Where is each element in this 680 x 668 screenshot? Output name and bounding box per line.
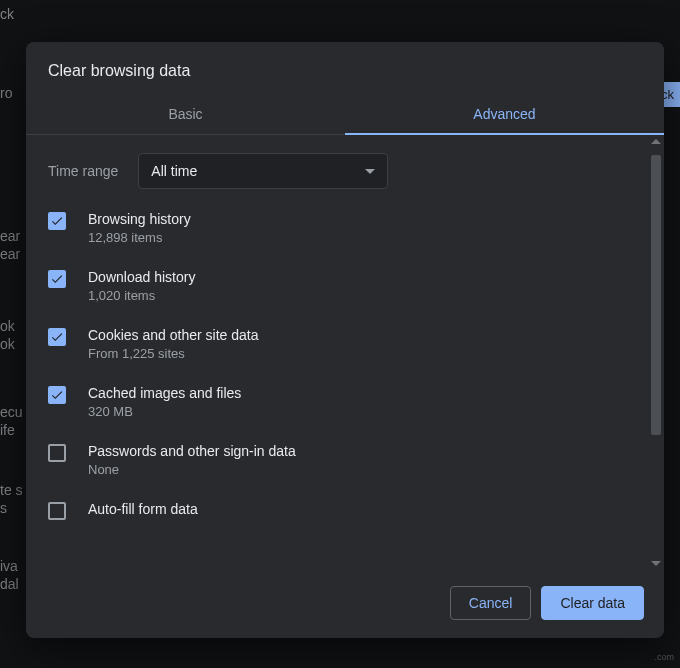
checkbox[interactable]	[48, 386, 66, 404]
item-title: Cached images and files	[88, 385, 241, 401]
list-item: Auto-fill form data	[48, 501, 626, 520]
content-area: Time range All time Browsing history12,8…	[26, 135, 648, 570]
item-text: Browsing history12,898 items	[88, 211, 191, 245]
background-text: ife	[0, 422, 15, 438]
item-text: Cached images and files320 MB	[88, 385, 241, 419]
item-subtitle: From 1,225 sites	[88, 346, 258, 361]
background-text: ecu	[0, 404, 23, 420]
item-subtitle: 320 MB	[88, 404, 241, 419]
dialog-title: Clear browsing data	[26, 42, 664, 94]
item-text: Download history1,020 items	[88, 269, 195, 303]
scroll-up-icon[interactable]	[651, 139, 661, 144]
background-text: te s	[0, 482, 23, 498]
tabs: Basic Advanced	[26, 94, 664, 135]
background-text: ok	[0, 336, 15, 352]
item-subtitle: None	[88, 462, 296, 477]
item-title: Download history	[88, 269, 195, 285]
item-text: Auto-fill form data	[88, 501, 198, 520]
checkbox[interactable]	[48, 212, 66, 230]
checkbox[interactable]	[48, 444, 66, 462]
background-text: ok	[0, 318, 15, 334]
list-item: Passwords and other sign-in dataNone	[48, 443, 626, 477]
checkbox[interactable]	[48, 270, 66, 288]
dialog-footer: Cancel Clear data	[26, 570, 664, 638]
item-title: Browsing history	[88, 211, 191, 227]
chevron-down-icon	[365, 169, 375, 174]
list-item: Download history1,020 items	[48, 269, 626, 303]
background-text: ear	[0, 228, 20, 244]
item-subtitle: 1,020 items	[88, 288, 195, 303]
background-text: dal	[0, 576, 19, 592]
time-range-label: Time range	[48, 163, 118, 179]
watermark: .com	[654, 652, 674, 662]
time-range-value: All time	[151, 163, 197, 179]
scrollbar[interactable]	[648, 135, 664, 570]
item-subtitle: 12,898 items	[88, 230, 191, 245]
tab-advanced[interactable]: Advanced	[345, 94, 664, 134]
list-item: Cookies and other site dataFrom 1,225 si…	[48, 327, 626, 361]
time-range-dropdown[interactable]: All time	[138, 153, 388, 189]
item-title: Auto-fill form data	[88, 501, 198, 517]
clear-browsing-data-dialog: Clear browsing data Basic Advanced Time …	[26, 42, 664, 638]
item-title: Passwords and other sign-in data	[88, 443, 296, 459]
scroll-down-icon[interactable]	[651, 561, 661, 566]
item-text: Passwords and other sign-in dataNone	[88, 443, 296, 477]
time-range-row: Time range All time	[48, 153, 626, 189]
list-item: Browsing history12,898 items	[48, 211, 626, 245]
background-text: ear	[0, 246, 20, 262]
clear-data-button[interactable]: Clear data	[541, 586, 644, 620]
item-title: Cookies and other site data	[88, 327, 258, 343]
checkbox[interactable]	[48, 328, 66, 346]
background-text: s	[0, 500, 7, 516]
list-item: Cached images and files320 MB	[48, 385, 626, 419]
tab-basic[interactable]: Basic	[26, 94, 345, 134]
cancel-button[interactable]: Cancel	[450, 586, 532, 620]
background-text: iva	[0, 558, 18, 574]
scroll-thumb[interactable]	[651, 155, 661, 435]
dialog-body: Time range All time Browsing history12,8…	[26, 135, 664, 570]
checkbox[interactable]	[48, 502, 66, 520]
background-text: ck	[0, 6, 14, 22]
background-text: ro	[0, 85, 12, 101]
item-text: Cookies and other site dataFrom 1,225 si…	[88, 327, 258, 361]
